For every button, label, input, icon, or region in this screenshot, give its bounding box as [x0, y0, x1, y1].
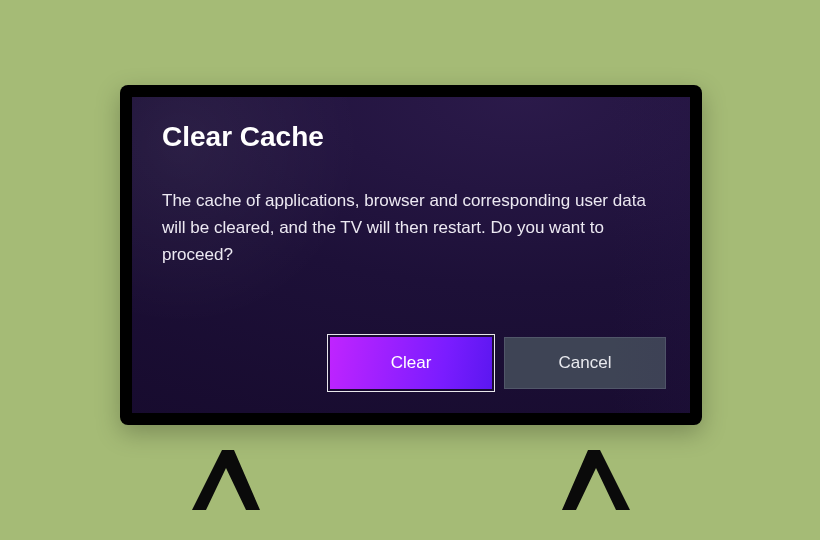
tv-screen: Clear Cache The cache of applications, b… — [132, 97, 690, 413]
tv-stand-leg-left — [182, 450, 270, 510]
svg-marker-1 — [562, 450, 630, 510]
dialog-title: Clear Cache — [162, 121, 660, 153]
svg-marker-0 — [192, 450, 260, 510]
clear-button[interactable]: Clear — [330, 337, 492, 389]
dialog-body-text: The cache of applications, browser and c… — [162, 187, 660, 269]
tv-stand-leg-right — [552, 450, 640, 510]
cancel-button[interactable]: Cancel — [504, 337, 666, 389]
tv-frame: Clear Cache The cache of applications, b… — [120, 85, 702, 425]
dialog-button-row: Clear Cancel — [330, 337, 666, 389]
